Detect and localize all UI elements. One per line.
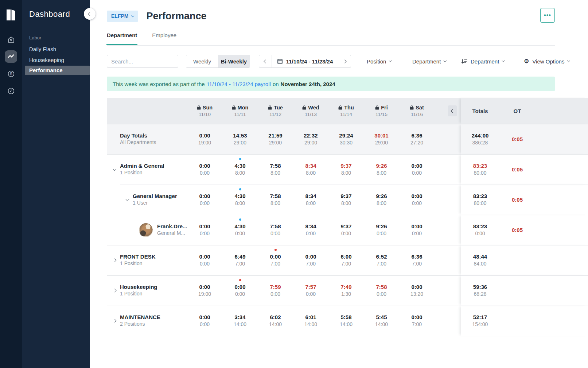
day-value-cell[interactable]: 0:007:00	[399, 306, 435, 336]
day-value-cell[interactable]: 0:000:00	[187, 154, 222, 185]
day-column-header[interactable]: Mon11/11	[222, 98, 258, 124]
day-value-cell[interactable]: 7:588:00	[258, 185, 293, 215]
day-value-cell[interactable]: 30:0129:00	[364, 124, 399, 154]
day-value-cell[interactable]: 9:268:00	[364, 154, 399, 185]
day-value-cell[interactable]: 0:000:00	[222, 275, 258, 306]
row-name-cell[interactable]: MAINTENANCE2 Positions	[107, 306, 187, 336]
day-value-cell[interactable]: 9:268:00	[364, 185, 399, 215]
sidebar-item-performance[interactable]: Performance	[25, 66, 90, 75]
day-value-cell[interactable]: 9:378:00	[328, 185, 364, 215]
day-value-cell[interactable]: 8:340:00	[293, 215, 328, 245]
day-value-cell[interactable]: 6:0114:00	[293, 306, 328, 336]
day-value-cell[interactable]: 6:367:00	[399, 245, 435, 275]
row-name-cell[interactable]: Day TotalsAll Departments	[107, 124, 187, 154]
billing-dollar-icon[interactable]: $	[5, 67, 17, 80]
day-value-cell[interactable]: 6:007:00	[328, 245, 364, 275]
day-value-cell[interactable]: 7:580:00	[258, 215, 293, 245]
row-expand-chevron[interactable]	[113, 289, 120, 292]
row-expand-chevron[interactable]	[113, 319, 120, 322]
day-value-cell[interactable]: 0:0019:00	[187, 275, 222, 306]
day-value-cell[interactable]: 3:3414:00	[222, 306, 258, 336]
day-value-cell[interactable]: 6:3627:20	[399, 124, 435, 154]
row-name-cell[interactable]: FRONT DESK1 Position	[107, 245, 187, 275]
department-filter-dropdown[interactable]: Department	[412, 55, 446, 68]
day-value-cell[interactable]: 9:370:00	[328, 215, 364, 245]
day-value-cell[interactable]: 7:491:30	[328, 275, 364, 306]
day-value-cell[interactable]: 6:497:00	[222, 245, 258, 275]
banner-text: on	[273, 81, 279, 87]
tab-department[interactable]: Department	[107, 30, 137, 45]
day-value-cell[interactable]: 4:308:00	[222, 154, 258, 185]
collapse-columns-button[interactable]	[448, 105, 457, 116]
day-column-header[interactable]: Sun11/10	[187, 98, 222, 124]
prev-period-button[interactable]	[259, 55, 272, 67]
day-value-cell[interactable]: 0:007:00	[258, 245, 293, 275]
day-value-cell[interactable]: 7:570:00	[293, 275, 328, 306]
time-clock-icon[interactable]	[5, 85, 17, 97]
day-value-cell[interactable]: 7:588:00	[258, 154, 293, 185]
day-value-cell[interactable]: 0:000:00	[187, 215, 222, 245]
page-menu-button[interactable]: •••	[540, 8, 555, 23]
day-value-cell[interactable]: 0:000:00	[187, 185, 222, 215]
view-options-dropdown[interactable]: ⚙ View Options	[524, 55, 570, 68]
row-name-cell[interactable]: Housekeeping1 Position	[107, 275, 187, 306]
position-filter-dropdown[interactable]: Position	[367, 55, 392, 68]
row-expand-chevron[interactable]	[113, 259, 120, 262]
payroll-link[interactable]: 11/10/24 - 11/23/24 payroll	[207, 81, 271, 87]
day-value-cell[interactable]: 9:260:00	[364, 215, 399, 245]
day-value-cell[interactable]: 0:000:00	[187, 306, 222, 336]
day-value-cell[interactable]: 6:527:00	[364, 245, 399, 275]
property-code: ELFPM	[111, 13, 128, 19]
day-column-header[interactable]: Tue11/12	[258, 98, 293, 124]
chevron-down-icon	[567, 59, 570, 62]
row-expand-chevron[interactable]	[126, 199, 133, 201]
day-value-cell[interactable]: 0:000:00	[399, 215, 435, 245]
performance-chart-icon[interactable]	[5, 50, 17, 63]
day-value-cell[interactable]: 4:308:00	[222, 185, 258, 215]
toggle-weekly[interactable]: Weekly	[186, 55, 218, 67]
tab-employee[interactable]: Employee	[152, 30, 176, 45]
day-value-cell[interactable]: 6:0214:00	[258, 306, 293, 336]
day-value-cell[interactable]: 8:348:00	[293, 154, 328, 185]
next-period-button[interactable]	[338, 55, 351, 67]
day-column-header[interactable]: Wed11/13	[293, 98, 328, 124]
date-range-display[interactable]: 11/10/24 - 11/23/24	[272, 55, 338, 67]
day-value-cell[interactable]: 0:000:00	[399, 154, 435, 185]
row-name-cell[interactable]: Admin & General1 Position	[107, 154, 187, 185]
day-value-cell[interactable]: 22:3229:00	[293, 124, 328, 154]
day-column-header[interactable]: Thu11/14	[328, 98, 364, 124]
day-value-cell[interactable]: 29:2430:30	[328, 124, 364, 154]
day-value-cell[interactable]: 0:0013:20	[399, 275, 435, 306]
export-date: November 24th, 2024	[281, 81, 335, 87]
banner-text: This week was exported as part of the	[113, 81, 205, 87]
day-value-cell[interactable]: 5:5814:00	[328, 306, 364, 336]
day-value-cell[interactable]: 14:5329:00	[222, 124, 258, 154]
day-value-cell[interactable]: 0:000:00	[399, 185, 435, 215]
day-value-cell[interactable]: 7:590:00	[258, 275, 293, 306]
day-value-cell[interactable]: 0:000:00	[187, 245, 222, 275]
day-column-header[interactable]: Sat11/16	[399, 98, 435, 124]
search-input[interactable]	[107, 55, 178, 68]
sidebar-item-daily-flash[interactable]: Daily Flash	[22, 44, 90, 54]
chevron-down-icon	[444, 59, 447, 62]
property-selector[interactable]: ELFPM	[107, 11, 138, 22]
day-value-cell[interactable]: 5:4514:00	[364, 306, 399, 336]
day-value-cell[interactable]: 0:0019:00	[187, 124, 222, 154]
sidebar-collapse-button[interactable]	[84, 8, 96, 20]
day-value-cell[interactable]: 7:580:00	[364, 275, 399, 306]
day-value-cell[interactable]: 4:300:00	[222, 215, 258, 245]
row-name-cell[interactable]: Frank.Dre...General M...	[107, 215, 187, 245]
row-name-cell[interactable]: General Manager1 User	[107, 185, 187, 215]
day-column-header[interactable]: Fri11/15	[364, 98, 399, 124]
row-totals-cell: 59:3668:28	[461, 275, 499, 306]
sort-by-dropdown[interactable]: Department	[461, 55, 505, 68]
day-value-cell[interactable]: 8:348:00	[293, 185, 328, 215]
home-icon[interactable]	[5, 33, 17, 46]
day-value-cell[interactable]: 21:5929:00	[258, 124, 293, 154]
day-value-cell[interactable]: 0:007:00	[293, 245, 328, 275]
row-expand-chevron[interactable]	[113, 169, 120, 170]
table-row: FRONT DESK1 Position0:000:006:497:000:00…	[107, 245, 588, 275]
sidebar-item-housekeeping[interactable]: Housekeeping	[22, 55, 90, 65]
day-value-cell[interactable]: 9:378:00	[328, 154, 364, 185]
toggle-biweekly[interactable]: Bi-Weekly	[218, 55, 250, 67]
